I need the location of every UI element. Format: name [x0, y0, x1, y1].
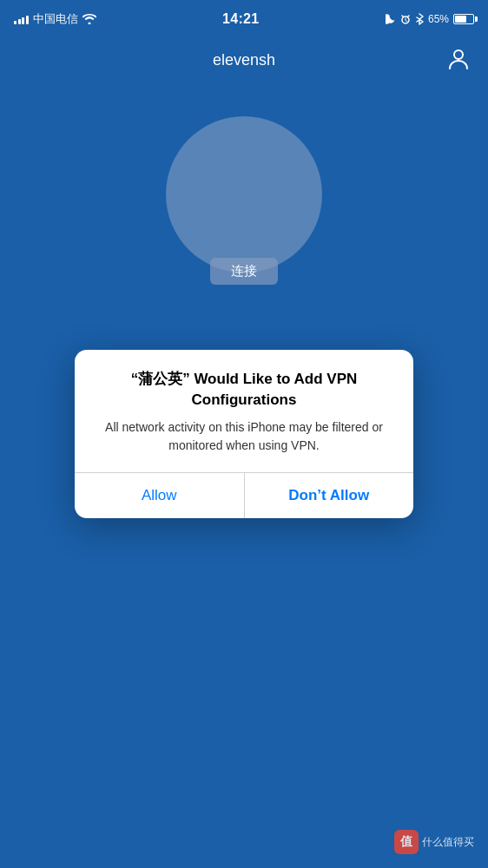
dont-allow-button[interactable]: Don’t Allow [245, 473, 414, 518]
watermark-text: 什么值得买 [422, 835, 474, 850]
allow-button[interactable]: Allow [75, 473, 244, 518]
dialog-buttons: Allow Don’t Allow [75, 472, 413, 518]
dialog-title: “蒲公英” Would Like to Add VPN Configuratio… [96, 369, 392, 411]
vpn-permission-dialog: “蒲公英” Would Like to Add VPN Configuratio… [75, 350, 413, 519]
dialog-overlay: “蒲公英” Would Like to Add VPN Configuratio… [0, 0, 488, 868]
dialog-message: All network activity on this iPhone may … [96, 418, 392, 455]
watermark-badge: 值 [394, 830, 419, 854]
watermark: 值 什么值得买 [394, 830, 474, 854]
dialog-body: “蒲公英” Would Like to Add VPN Configuratio… [75, 350, 413, 473]
